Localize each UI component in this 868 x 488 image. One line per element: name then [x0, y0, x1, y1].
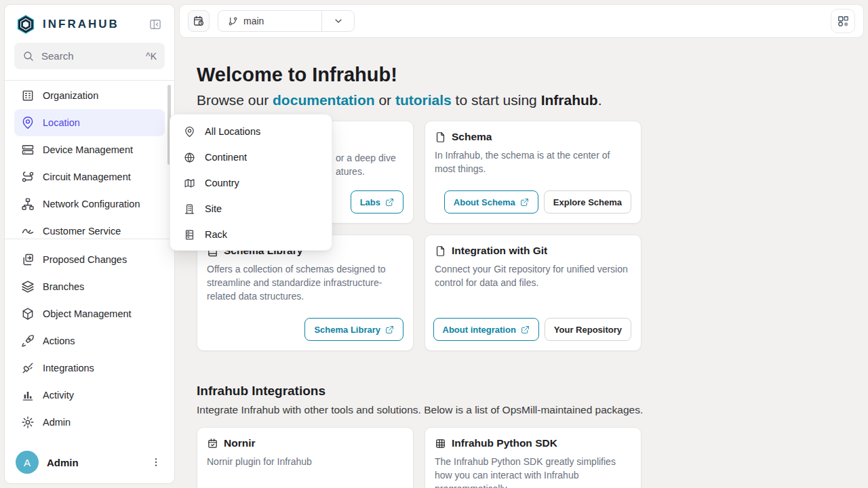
cube-icon	[21, 307, 35, 321]
card-title: Infrahub Python SDK	[452, 437, 557, 449]
sidebar-item-label: Object Management	[43, 308, 132, 319]
sidebar-item-label: Branches	[43, 281, 84, 292]
integrations-section-title: Infrahub Integrations	[197, 384, 868, 399]
calendar-clock-icon	[193, 15, 205, 27]
chip-grid-icon	[435, 438, 446, 449]
sidebar-item-proposed-changes[interactable]: Proposed Changes	[14, 246, 165, 273]
gear-icon	[21, 415, 35, 429]
sidebar-item-label: Organization	[43, 90, 98, 101]
tutorials-link[interactable]: tutorials	[395, 92, 452, 108]
branch-selector[interactable]: main	[218, 10, 355, 32]
schema-card: Schema In Infrahub, the schema is at the…	[425, 121, 642, 224]
menu-item-all-locations[interactable]: All Locations	[170, 119, 332, 144]
site-building-icon	[184, 203, 195, 215]
your-repository-button[interactable]: Your Repository	[545, 318, 631, 341]
menu-item-country[interactable]: Country	[170, 170, 332, 196]
package-icon	[207, 438, 218, 449]
menu-item-continent[interactable]: Continent	[170, 144, 332, 170]
button-label: Your Repository	[554, 325, 622, 335]
documentation-link[interactable]: documentation	[273, 92, 375, 108]
sidebar-item-network-configuration[interactable]: Network Configuration	[14, 190, 165, 218]
infrahub-logo-icon	[16, 14, 36, 35]
building-icon	[21, 89, 35, 102]
button-label: About Schema	[454, 197, 515, 207]
card-description: Connect your Git repository for unified …	[435, 262, 631, 289]
about-integration-button[interactable]: About integration	[433, 318, 539, 341]
card-description: In Infrahub, the schema is at the center…	[435, 148, 631, 176]
schema-library-card: Schema Library Offers a collection of sc…	[197, 235, 414, 351]
menu-item-label: Continent	[205, 152, 247, 163]
sidebar-item-label: Activity	[43, 390, 74, 401]
search-input[interactable]: Search ^K	[14, 43, 165, 69]
chevron-down-icon	[333, 16, 344, 26]
time-travel-button[interactable]	[188, 10, 210, 32]
sidebar-item-organization[interactable]: Organization	[14, 82, 165, 109]
sidebar-item-label: Network Configuration	[43, 199, 140, 209]
sidebar-item-label: Customer Service	[43, 226, 121, 237]
card-description: Offers a collection of schemas designed …	[207, 262, 403, 303]
card-title: Nornir	[224, 437, 256, 449]
map-pin-icon	[184, 126, 195, 138]
menu-item-site[interactable]: Site	[170, 196, 332, 222]
sidebar-item-admin[interactable]: Admin	[14, 409, 165, 436]
apps-menu-button[interactable]	[831, 9, 855, 33]
card-title: Schema	[452, 131, 492, 143]
brand-header: INFRAHUB	[5, 5, 174, 35]
topbar: main	[179, 4, 864, 38]
explore-schema-button[interactable]: Explore Schema	[544, 190, 631, 214]
external-link-icon	[521, 325, 530, 334]
sidebar-item-circuit-management[interactable]: Circuit Management	[14, 163, 165, 190]
sidebar-nav-secondary: Proposed Changes Branches Object Managem…	[5, 239, 174, 443]
sidebar-collapse-button[interactable]	[146, 15, 165, 34]
main-content: Welcome to Infrahub! Browse our document…	[179, 42, 868, 488]
sidebar-item-device-management[interactable]: Device Management	[14, 136, 165, 163]
network-icon	[21, 197, 35, 211]
sidebar-item-branches[interactable]: Branches	[14, 273, 165, 300]
menu-item-rack[interactable]: Rack	[170, 222, 332, 247]
sidebar-item-activity[interactable]: Activity	[14, 382, 165, 409]
user-menu[interactable]: A Admin	[5, 443, 174, 483]
map-icon	[184, 178, 195, 189]
search-placeholder: Search	[41, 50, 74, 62]
page-title: Welcome to Infrahub!	[197, 62, 868, 87]
schema-library-button[interactable]: Schema Library	[304, 318, 403, 341]
occluded-text-fragment: atures.	[336, 165, 365, 178]
branch-selector-value: main	[218, 11, 321, 31]
branch-name: main	[243, 16, 264, 26]
labs-button[interactable]: Labs	[351, 190, 403, 214]
sidebar-item-actions[interactable]: Actions	[14, 327, 165, 354]
sidebar-item-customer-service[interactable]: Customer Service	[14, 218, 165, 239]
python-sdk-card: Infrahub Python SDK The Infrahub Python …	[425, 427, 642, 488]
file-icon	[435, 131, 446, 143]
rocket-icon	[21, 334, 35, 348]
button-label: Schema Library	[314, 325, 380, 335]
integrations-section-subtitle: Integrate Infrahub with other tools and …	[197, 404, 868, 416]
panel-collapse-icon	[149, 18, 162, 31]
sidebar-item-label: Circuit Management	[43, 171, 131, 182]
sidebar-item-label: Device Management	[43, 144, 133, 155]
sidebar-item-label: Actions	[43, 336, 75, 346]
layers-icon	[21, 280, 35, 293]
search-icon	[22, 50, 35, 62]
support-hand-icon	[21, 224, 35, 238]
sidebar-item-integrations[interactable]: Integrations	[14, 354, 165, 382]
sidebar-item-label: Location	[43, 117, 80, 128]
globe-icon	[184, 152, 195, 163]
button-label: Labs	[360, 197, 380, 207]
welcome-subtitle: Browse our documentation or tutorials to…	[197, 91, 868, 110]
brand-mention: Infrahub	[541, 92, 598, 108]
menu-item-label: All Locations	[205, 126, 260, 137]
branch-dropdown-toggle[interactable]	[321, 11, 354, 31]
button-label: About integration	[443, 325, 516, 335]
sidebar-item-location[interactable]: Location	[14, 109, 165, 136]
about-schema-button[interactable]: About Schema	[444, 190, 538, 214]
user-name: Admin	[47, 457, 79, 468]
welcome-text: Browse our	[197, 92, 273, 108]
sidebar-item-object-management[interactable]: Object Management	[14, 300, 165, 327]
menu-item-label: Rack	[205, 229, 227, 240]
menu-item-label: Site	[205, 203, 222, 214]
integrations-cards-grid: Nornir Nornir plugin for Infrahub Infrah…	[197, 427, 642, 488]
map-pin-icon	[21, 116, 35, 129]
user-kebab-button[interactable]	[147, 453, 165, 471]
welcome-text: or	[375, 92, 395, 108]
